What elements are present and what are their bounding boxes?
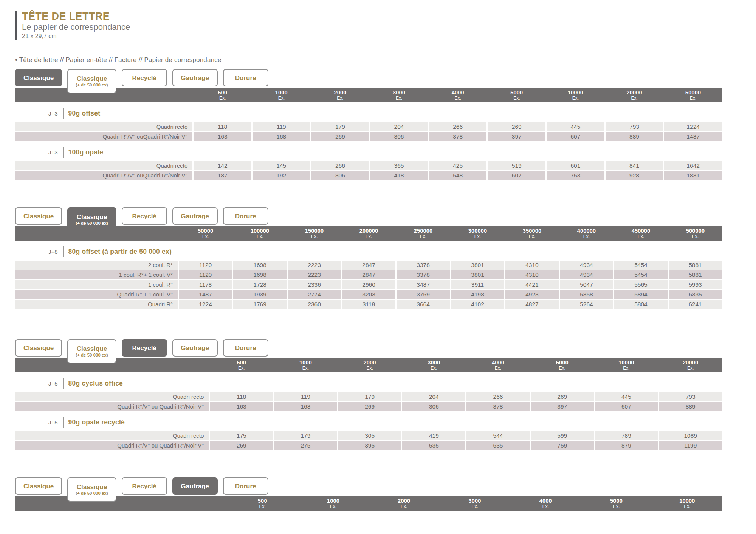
tab-sublabel: (+ de 50 000 ex) [76, 491, 108, 496]
price-cell: 5047 [560, 280, 613, 289]
price-cell: 119 [253, 122, 310, 131]
column-quantity: 5000 [556, 360, 569, 366]
price-table: 500Ex.1000Ex.2000Ex.3000Ex.4000Ex.5000Ex… [15, 496, 722, 511]
column-header: 150000Ex. [288, 226, 341, 241]
tab-dorure[interactable]: Dorure [223, 69, 268, 86]
column-header: 5000Ex. [488, 88, 545, 102]
column-unit: Ex. [337, 96, 343, 101]
price-cell: 607 [595, 402, 658, 411]
tab-sublabel: (+ de 50 000 ex) [76, 83, 108, 88]
price-cell: 395 [338, 441, 401, 450]
price-table: 500Ex.1000Ex.2000Ex.3000Ex.4000Ex.5000Ex… [15, 358, 722, 450]
column-unit: Ex. [684, 504, 690, 509]
price-cell: 607 [488, 171, 545, 180]
tab-classique-plus-50000[interactable]: Classique(+ de 50 000 ex) [67, 477, 116, 502]
column-unit: Ex. [474, 234, 481, 239]
column-quantity: 100000 [251, 228, 270, 234]
tab-classique-plus-50000[interactable]: Classique(+ de 50 000 ex) [67, 69, 116, 93]
price-cell: 5264 [560, 300, 613, 309]
column-quantity: 500000 [686, 228, 705, 234]
price-cell: 269 [338, 402, 401, 411]
page: TÊTE DE LETTRE Le papier de correspondan… [0, 0, 756, 534]
tab-dorure[interactable]: Dorure [223, 477, 268, 495]
group-title: 90g opale recyclé [68, 418, 125, 426]
tab-classique[interactable]: Classique [15, 69, 62, 86]
tab-dorure[interactable]: Dorure [223, 339, 268, 357]
group-title: 100g opale [68, 148, 103, 156]
column-header: 500000Ex. [669, 226, 722, 241]
price-cell: 365 [370, 161, 428, 170]
column-unit: Ex. [455, 96, 461, 101]
price-cell: 4310 [505, 261, 559, 270]
column-unit: Ex. [330, 504, 336, 509]
column-quantity: 10000 [618, 360, 634, 366]
column-quantity: 10000 [679, 498, 695, 504]
column-unit: Ex. [613, 504, 620, 509]
price-cell: 2847 [342, 261, 395, 270]
price-cell: 1698 [233, 261, 287, 270]
price-table: 50000Ex.100000Ex.150000Ex.200000Ex.25000… [15, 226, 722, 309]
price-cell: 3487 [397, 280, 450, 289]
price-cell: 841 [606, 161, 663, 170]
price-cell: 759 [531, 441, 594, 450]
price-cell: 4827 [505, 300, 559, 309]
column-header: 5000Ex. [581, 496, 651, 511]
price-cell: 1089 [659, 431, 722, 440]
tab-gaufrage[interactable]: Gaufrage [172, 69, 218, 86]
tab-label: Dorure [235, 74, 256, 82]
tab-classique-plus-50000[interactable]: Classique(+ de 50 000 ex) [67, 207, 116, 232]
page-subtitle: Le papier de correspondance [22, 22, 722, 32]
group-header: J+580g cyclus office [15, 378, 722, 389]
price-cell: 269 [311, 132, 369, 141]
price-cell: 266 [429, 122, 487, 131]
price-cell: 5358 [560, 290, 613, 299]
price-cell: 378 [429, 132, 487, 141]
column-unit: Ex. [542, 504, 549, 509]
tab-gaufrage[interactable]: Gaufrage [172, 207, 218, 225]
tab-gaufrage[interactable]: Gaufrage [172, 339, 218, 357]
tab-recycle[interactable]: Recyclé [122, 207, 167, 225]
price-row: Quadri recto1181191792042662694457931224 [15, 122, 722, 131]
price-cell: 1178 [179, 280, 232, 289]
price-cell: 306 [402, 402, 465, 411]
column-unit: Ex. [202, 234, 209, 239]
price-cell: 306 [370, 132, 428, 141]
column-quantity: 500 [237, 360, 246, 366]
tab-label: Classique [77, 75, 107, 82]
price-cell: 5454 [614, 261, 668, 270]
tab-label: Dorure [235, 483, 256, 490]
tab-dorure[interactable]: Dorure [223, 207, 268, 225]
tab-classique-plus-50000[interactable]: Classique(+ de 50 000 ex) [67, 339, 116, 363]
tab-classique[interactable]: Classique [15, 207, 62, 225]
price-cell: 4421 [505, 280, 559, 289]
tab-label: Recyclé [132, 213, 156, 220]
tab-gaufrage[interactable]: Gaufrage [172, 477, 218, 495]
column-unit: Ex. [623, 366, 629, 371]
tab-classique[interactable]: Classique [15, 339, 62, 357]
lead-time-label: J+3 [48, 110, 58, 117]
price-cell: 3759 [397, 290, 450, 299]
group-header: J+590g opale recyclé [15, 417, 722, 428]
tab-recycle[interactable]: Recyclé [122, 69, 167, 86]
price-row: Quadri R°/V° ou Quadri R°/Noir V°2692753… [15, 441, 722, 450]
price-cell: 163 [210, 402, 273, 411]
price-cell: 6335 [669, 290, 722, 299]
tab-recycle[interactable]: Recyclé [122, 477, 167, 495]
column-quantity: 20000 [626, 90, 642, 96]
price-cell: 418 [370, 171, 428, 180]
tab-recycle[interactable]: Recyclé [122, 339, 167, 357]
price-cell: 1120 [179, 261, 232, 270]
column-unit: Ex. [692, 234, 699, 239]
tab-classique[interactable]: Classique [15, 477, 62, 495]
header-spacer [15, 496, 226, 511]
column-unit: Ex. [471, 504, 478, 509]
group-divider [63, 108, 64, 119]
tab-label: Classique [77, 213, 107, 221]
price-cell: 4934 [560, 261, 613, 270]
tab-sublabel: (+ de 50 000 ex) [76, 221, 108, 226]
price-cell: 793 [606, 122, 663, 131]
tab-label: Dorure [235, 213, 256, 220]
price-cell: 179 [338, 392, 401, 401]
price-cell: 179 [274, 431, 337, 440]
group-title: 80g offset (à partir de 50 000 ex) [68, 248, 172, 256]
